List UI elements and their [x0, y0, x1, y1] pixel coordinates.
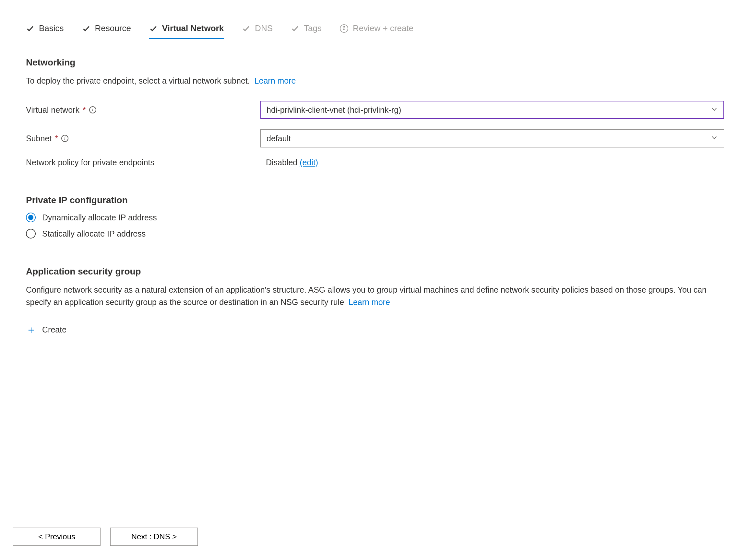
- chevron-down-icon: [711, 105, 718, 115]
- networking-desc: To deploy the private endpoint, select a…: [26, 75, 724, 86]
- tab-tags[interactable]: Tags: [291, 23, 322, 39]
- asg-create-label: Create: [42, 325, 66, 334]
- next-button[interactable]: Next : DNS >: [110, 527, 198, 546]
- network-policy-label: Network policy for private endpoints: [26, 158, 266, 167]
- networking-learn-more-link[interactable]: Learn more: [255, 76, 296, 85]
- check-icon: [291, 24, 299, 33]
- tab-dns[interactable]: DNS: [242, 23, 273, 39]
- tab-label: Review + create: [353, 23, 413, 34]
- previous-button[interactable]: < Previous: [13, 527, 100, 546]
- asg-title: Application security group: [26, 266, 724, 277]
- tab-basics[interactable]: Basics: [26, 23, 64, 39]
- vnet-select[interactable]: hdi-privlink-client-vnet (hdi-privlink-r…: [260, 101, 724, 119]
- check-icon: [26, 24, 34, 33]
- required-star: *: [55, 134, 58, 143]
- asg-learn-more-link[interactable]: Learn more: [349, 297, 390, 307]
- tab-label: Basics: [39, 23, 64, 34]
- info-icon[interactable]: i: [89, 106, 96, 113]
- tab-label: DNS: [255, 23, 273, 34]
- asg-create-button[interactable]: ＋ Create: [26, 325, 66, 334]
- wizard-tabs: Basics Resource Virtual Network DNS Tags…: [26, 23, 724, 39]
- private-ip-title: Private IP configuration: [26, 195, 724, 205]
- subnet-value: default: [267, 134, 291, 143]
- check-icon: [82, 24, 91, 33]
- radio-dynamic[interactable]: Dynamically allocate IP address: [26, 213, 724, 222]
- required-star: *: [83, 105, 86, 115]
- radio-icon: [26, 213, 36, 222]
- radio-static[interactable]: Statically allocate IP address: [26, 229, 724, 238]
- tab-resource[interactable]: Resource: [82, 23, 131, 39]
- asg-desc: Configure network security as a natural …: [26, 284, 720, 308]
- plus-icon: ＋: [26, 326, 36, 334]
- networking-title: Networking: [26, 57, 724, 68]
- tab-virtual-network[interactable]: Virtual Network: [149, 23, 224, 39]
- subnet-label: Subnet * i: [26, 134, 260, 143]
- tab-label: Virtual Network: [162, 23, 224, 34]
- chevron-down-icon: [711, 134, 718, 143]
- network-policy-value: Disabled (edit): [266, 158, 318, 167]
- vnet-label: Virtual network * i: [26, 105, 260, 115]
- step-number-icon: 6: [340, 24, 348, 33]
- radio-label: Dynamically allocate IP address: [42, 213, 157, 222]
- check-icon: [242, 24, 250, 33]
- check-icon: [149, 24, 158, 33]
- subnet-select[interactable]: default: [260, 129, 724, 147]
- radio-icon: [26, 229, 36, 238]
- tab-label: Resource: [95, 23, 131, 34]
- vnet-value: hdi-privlink-client-vnet (hdi-privlink-r…: [267, 105, 401, 115]
- tab-label: Tags: [304, 23, 322, 34]
- info-icon[interactable]: i: [61, 135, 68, 142]
- tab-review-create[interactable]: 6 Review + create: [340, 23, 413, 39]
- radio-label: Statically allocate IP address: [42, 229, 145, 238]
- wizard-footer: < Previous Next : DNS >: [0, 513, 750, 560]
- private-ip-radio-group: Dynamically allocate IP address Statical…: [26, 213, 724, 238]
- network-policy-edit-link[interactable]: (edit): [300, 158, 318, 167]
